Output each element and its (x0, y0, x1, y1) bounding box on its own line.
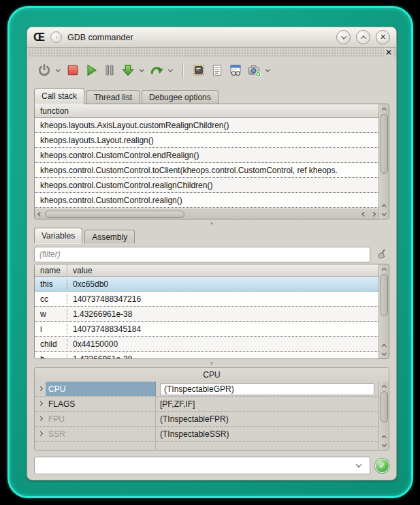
cpu-value-field[interactable]: (TInspectableGPR) (160, 383, 374, 395)
cpu-row[interactable]: CPU (TInspectableGPR) (35, 382, 378, 397)
maximize-button[interactable] (356, 30, 370, 44)
chevron-up-icon (382, 108, 386, 112)
chevron-right-icon (371, 212, 375, 216)
titlebar: Œ GDB commander ✕ (27, 27, 396, 48)
clear-filter-button[interactable] (374, 247, 389, 262)
scroll-up-button[interactable] (379, 382, 389, 391)
window-title: GDB commander (67, 33, 133, 42)
column-function[interactable]: function (35, 104, 74, 117)
chevron-up-icon (382, 385, 386, 389)
column-value[interactable]: value (67, 264, 98, 276)
variable-row[interactable]: child 0x44150000 (35, 337, 378, 352)
splitter-handle[interactable] (34, 219, 389, 228)
callstack-row[interactable]: kheops.layouts.Layout.realign() (35, 133, 378, 148)
variables-header[interactable]: name value (35, 264, 378, 277)
callstack-row[interactable]: kheops.control.CustomControl.realignChil… (35, 178, 378, 193)
expand-button[interactable] (35, 402, 46, 405)
dock-grip[interactable]: ✕ (28, 48, 395, 58)
column-name[interactable]: name (35, 264, 67, 276)
combo-dropdown[interactable] (355, 463, 363, 468)
chevron-down-icon (382, 211, 386, 215)
callstack-row[interactable]: kheops.control.CustomControl.toClient(kh… (35, 163, 378, 178)
add-snapshot-dropdown[interactable] (263, 69, 272, 72)
chevron-up-icon (382, 435, 386, 440)
variables-tabbar: Variables Assembly (34, 228, 389, 243)
chevron-right-icon (38, 431, 42, 435)
vscroll-thumb[interactable] (381, 114, 388, 174)
variables-rows: this 0xc65db0 cc 140737488347216 w 1.432… (35, 277, 378, 358)
callstack-vscrollbar[interactable] (378, 104, 389, 219)
variables-vscrollbar[interactable] (378, 264, 389, 358)
scroll-up-button[interactable] (379, 433, 389, 441)
callstack-header[interactable]: function (35, 104, 378, 118)
chevron-down-icon (382, 350, 386, 354)
run-button[interactable] (84, 63, 99, 78)
expand-button[interactable] (35, 432, 46, 435)
cpu-vscrollbar[interactable] (378, 382, 389, 450)
callstack-row[interactable]: kheops.control.CustomControl.endRealign(… (35, 148, 378, 163)
chevron-down-icon (265, 67, 270, 71)
hscroll-thumb[interactable] (45, 211, 184, 218)
variable-row[interactable]: this 0xc65db0 (35, 277, 378, 292)
tab-call-stack[interactable]: Call stack (34, 88, 84, 104)
cpu-row[interactable]: SSR (TInspectableSSR) (35, 427, 378, 442)
cpu-panel-title: CPU (35, 368, 389, 382)
play-icon (84, 63, 98, 77)
output-log-button[interactable] (210, 63, 225, 78)
chevron-right-icon (38, 386, 42, 391)
scroll-down-button[interactable] (379, 210, 389, 218)
callstack-row[interactable]: kheops.layouts.AxisLayout.customRealignC… (35, 118, 378, 133)
scroll-left-button[interactable] (360, 213, 369, 216)
cpu-row[interactable]: FPU (TInspectableFPR) (35, 412, 378, 427)
cpu-row[interactable]: FLAGS [PF,ZF,IF] (35, 397, 378, 412)
variable-row[interactable]: i 140737488345184 (35, 322, 378, 337)
callstack-hscrollbar[interactable] (35, 209, 378, 219)
dock-close-button[interactable]: ✕ (384, 48, 393, 58)
add-snapshot-button[interactable] (246, 63, 261, 78)
scroll-up-button[interactable] (379, 265, 389, 273)
expand-button[interactable] (35, 387, 46, 391)
scroll-left-button[interactable] (35, 213, 45, 216)
close-button[interactable]: ✕ (376, 30, 390, 44)
minimize-button[interactable] (336, 30, 351, 44)
step-in-dropdown[interactable] (138, 69, 146, 72)
tab-debugee-options[interactable]: Debugee options (142, 90, 219, 104)
gdb-command-input[interactable] (40, 461, 356, 470)
splitter-handle[interactable] (34, 359, 389, 367)
step-in-button[interactable] (120, 63, 135, 78)
vscroll-thumb[interactable] (381, 391, 388, 423)
screenshot-background: Œ GDB commander ✕ ✕ (0, 0, 420, 505)
power-button[interactable] (37, 63, 52, 78)
gdb-commander-window: Œ GDB commander ✕ ✕ (27, 27, 397, 480)
vscroll-thumb[interactable] (381, 274, 388, 316)
send-command-button[interactable]: ✓ (375, 459, 389, 473)
cpu-row[interactable] (35, 442, 378, 450)
gdb-command-combo[interactable] (34, 457, 370, 474)
cpu-view-button[interactable] (191, 63, 206, 78)
watch-expressions-button[interactable] (228, 63, 243, 78)
expand-button[interactable] (35, 417, 46, 420)
scroll-up-button[interactable] (379, 105, 389, 113)
toolbar-separator (182, 63, 183, 78)
scroll-up-button[interactable] (379, 341, 389, 350)
step-over-dropdown[interactable] (166, 69, 174, 72)
scroll-up-button[interactable] (379, 202, 389, 210)
chevron-down-icon (56, 67, 60, 71)
step-over-button[interactable] (149, 63, 164, 78)
chevron-left-icon (38, 212, 42, 216)
window-menu-button[interactable] (50, 31, 62, 43)
scroll-down-button[interactable] (379, 350, 389, 358)
filter-input[interactable] (34, 247, 370, 262)
pause-button[interactable] (102, 63, 117, 78)
tab-variables[interactable]: Variables (34, 228, 82, 243)
callstack-row[interactable]: kheops.control.CustomControl.realign() (35, 193, 378, 208)
variable-row[interactable]: cc 140737488347216 (35, 292, 378, 307)
scroll-down-button[interactable] (379, 441, 389, 449)
stop-button[interactable] (65, 63, 80, 78)
tab-assembly[interactable]: Assembly (84, 230, 135, 243)
scroll-right-button[interactable] (369, 213, 378, 216)
tab-thread-list[interactable]: Thread list (86, 90, 140, 104)
variable-row[interactable]: w 1.43266961e-38 (35, 307, 378, 322)
variable-row[interactable]: h 1.43266961e-38 (35, 352, 378, 358)
power-dropdown[interactable] (54, 69, 62, 72)
